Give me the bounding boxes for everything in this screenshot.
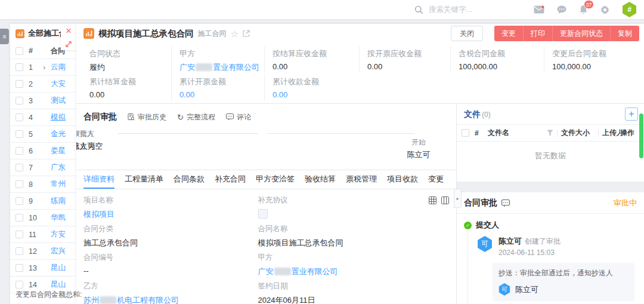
field-label: 甲方 bbox=[179, 48, 262, 59]
field-value[interactable]: 0.00 bbox=[273, 90, 357, 99]
row-checkbox[interactable] bbox=[16, 113, 23, 121]
summary-row-1: 合同状态 履约 甲方 广安置业有限公司 按结算应收金额 0.00 bbox=[89, 47, 644, 75]
row-checkbox[interactable] bbox=[16, 197, 23, 205]
value-text-suffix: 机电工程有限公司 bbox=[117, 296, 179, 304]
field-value[interactable]: 0.00 bbox=[273, 62, 357, 71]
row-checkbox[interactable] bbox=[16, 247, 23, 255]
row-checkbox[interactable] bbox=[16, 63, 23, 71]
favorite-star-icon[interactable]: ☆ bbox=[231, 29, 239, 38]
field-value[interactable]: 0.00 bbox=[367, 62, 448, 71]
column-view-icon[interactable] bbox=[441, 196, 449, 204]
external-link-icon[interactable] bbox=[243, 30, 250, 37]
files-panel: 文件 (0) + # 文件名 文件大小 上传人 bbox=[457, 104, 644, 182]
field-value[interactable] bbox=[258, 209, 433, 220]
tab[interactable]: 验收结算 bbox=[305, 170, 336, 189]
contract-link[interactable]: 大安 bbox=[51, 79, 76, 89]
update-status-button[interactable]: 更新合同状态 bbox=[552, 26, 610, 41]
row-checkbox[interactable] bbox=[16, 147, 23, 155]
approval-detail-panel: 合同审批 审批中 提交人 可 bbox=[457, 192, 644, 304]
full-flow-button[interactable]: ↻ 完整流程 bbox=[177, 112, 215, 122]
chevron-right-icon[interactable] bbox=[43, 63, 51, 72]
timeline-step: 开始 陈立可 bbox=[407, 129, 431, 160]
row-checkbox[interactable] bbox=[16, 97, 23, 105]
files-select-all-checkbox[interactable] bbox=[462, 129, 469, 137]
value-text: 0.00 bbox=[179, 90, 194, 99]
field-value[interactable]: 广安置业有限公司 bbox=[179, 62, 262, 73]
field-value[interactable]: 100,000.00 bbox=[552, 62, 642, 71]
row-checkbox[interactable] bbox=[16, 164, 23, 171]
add-file-button[interactable]: + bbox=[625, 108, 638, 121]
tab[interactable]: 项目收款 bbox=[387, 170, 418, 189]
contract-link[interactable]: 模拟 bbox=[51, 112, 76, 122]
contract-link[interactable]: 宏兴 bbox=[51, 246, 76, 256]
tab[interactable]: 合同条款 bbox=[174, 170, 205, 189]
contract-link[interactable]: 娄星 bbox=[51, 146, 76, 156]
comment-icon[interactable] bbox=[501, 199, 510, 207]
tab[interactable]: 变更 bbox=[428, 170, 444, 189]
cc-notice-box: 抄送：审批全部通过后，通知抄送人 可 陈立可 bbox=[493, 263, 634, 301]
contract-link[interactable]: 云南 bbox=[51, 62, 76, 72]
row-checkbox[interactable] bbox=[16, 281, 23, 288]
user-avatar[interactable]: # bbox=[622, 2, 637, 17]
tab[interactable]: 票税管理 bbox=[346, 170, 377, 189]
comment-button[interactable]: 评论 bbox=[226, 112, 251, 122]
summary-field: 按结算应收金额 0.00 bbox=[264, 47, 359, 73]
row-checkbox[interactable] bbox=[16, 180, 23, 188]
contract-link[interactable]: 测试 bbox=[51, 96, 76, 106]
contract-link[interactable]: 昆山 bbox=[51, 263, 76, 273]
copy-button[interactable]: 复制 bbox=[610, 26, 639, 41]
form-field: 合同编号 -- bbox=[83, 253, 258, 281]
approval-history-button[interactable]: 审批历史 bbox=[128, 112, 166, 122]
search-input[interactable] bbox=[428, 5, 519, 14]
contract-link[interactable]: 方安 bbox=[51, 229, 76, 239]
contract-link[interactable]: 广东 bbox=[51, 162, 76, 173]
filter-funnel-icon[interactable] bbox=[547, 130, 553, 136]
field-value[interactable]: 模拟项目施工总承包合同 bbox=[258, 238, 433, 248]
field-value[interactable]: 苏州机电工程有限公司 bbox=[83, 295, 258, 304]
list-item: 7 广东 bbox=[10, 159, 76, 176]
check-circle-icon bbox=[464, 222, 472, 229]
contract-link[interactable]: 昆山 bbox=[51, 280, 76, 290]
select-all-checkbox[interactable] bbox=[16, 47, 23, 55]
contract-link[interactable]: 常州 bbox=[51, 179, 76, 189]
sidebar-toggle-handle[interactable]: ≡ bbox=[0, 29, 9, 44]
tab[interactable]: 补充合同 bbox=[215, 170, 246, 189]
contract-link[interactable]: 华凯 bbox=[51, 213, 76, 223]
chat-icon[interactable] bbox=[557, 5, 566, 14]
grid-view-icon[interactable] bbox=[429, 196, 436, 204]
row-checkbox[interactable] bbox=[16, 231, 23, 238]
bell-icon[interactable]: 37 bbox=[579, 5, 588, 14]
field-value[interactable]: -- bbox=[83, 266, 258, 275]
field-label: 合同名称 bbox=[258, 224, 433, 234]
field-value[interactable]: 模拟项目 bbox=[83, 209, 258, 220]
contract-link[interactable]: 金光 bbox=[51, 129, 76, 139]
side-panel-collapse-handle[interactable]: ▸ bbox=[454, 189, 462, 208]
row-checkbox[interactable] bbox=[16, 130, 23, 138]
field-value[interactable]: 2024年06月11日 bbox=[258, 295, 433, 304]
row-checkbox[interactable] bbox=[16, 214, 23, 222]
summary-field: 累计结算金额 0.00 bbox=[89, 75, 171, 101]
field-value[interactable]: 施工总承包合同 bbox=[83, 238, 258, 248]
field-value[interactable]: 广安置业有限公司 bbox=[258, 266, 433, 277]
scrollbar-thumb[interactable] bbox=[639, 113, 643, 158]
gear-icon[interactable] bbox=[600, 5, 609, 14]
close-button[interactable]: 关闭 bbox=[451, 26, 483, 41]
contract-link[interactable]: 练南 bbox=[51, 196, 76, 206]
field-value[interactable]: 100,000.00 bbox=[459, 62, 541, 71]
row-checkbox[interactable] bbox=[16, 264, 23, 272]
tab[interactable]: 甲方变洽签 bbox=[256, 170, 295, 189]
change-button[interactable]: 变更 bbox=[494, 26, 523, 41]
approval-panel-title: 合同审批 bbox=[464, 198, 497, 208]
tab[interactable]: 工程量清单 bbox=[125, 170, 163, 189]
row-checkbox[interactable] bbox=[16, 80, 23, 88]
top-bar: 37 # bbox=[0, 0, 644, 19]
tab[interactable]: 详细资料 bbox=[83, 170, 114, 189]
close-window-icon[interactable]: × bbox=[66, 25, 72, 38]
print-button[interactable]: 打印 bbox=[523, 26, 552, 41]
mail-icon[interactable] bbox=[534, 5, 544, 14]
field-value[interactable]: 0.00 bbox=[89, 90, 169, 99]
summary-field: 累计收款金额 0.00 bbox=[264, 75, 359, 101]
field-value[interactable]: 履约 bbox=[89, 62, 169, 73]
field-value[interactable]: 0.00 bbox=[179, 90, 262, 99]
expand-window-icon[interactable] bbox=[65, 38, 72, 50]
